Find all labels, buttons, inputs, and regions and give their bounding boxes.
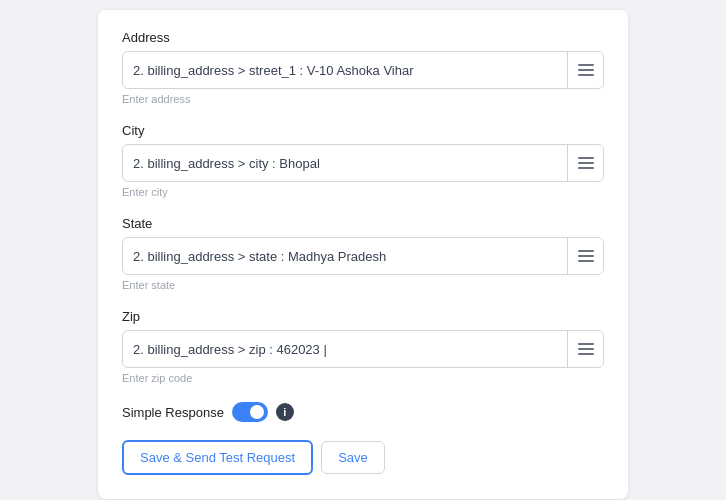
- zip-field-group: Zip Enter zip code: [122, 309, 604, 384]
- zip-input[interactable]: [123, 334, 567, 365]
- address-label: Address: [122, 30, 604, 45]
- state-field-group: State Enter state: [122, 216, 604, 291]
- city-menu-icon[interactable]: [567, 145, 603, 181]
- svg-rect-1: [578, 69, 594, 71]
- info-icon[interactable]: i: [276, 403, 294, 421]
- save-button[interactable]: Save: [321, 441, 385, 474]
- save-send-button[interactable]: Save & Send Test Request: [122, 440, 313, 475]
- city-input[interactable]: [123, 148, 567, 179]
- state-menu-icon[interactable]: [567, 238, 603, 274]
- zip-input-row: [122, 330, 604, 368]
- svg-rect-10: [578, 348, 594, 350]
- simple-response-toggle[interactable]: [232, 402, 268, 422]
- zip-hint: Enter zip code: [122, 372, 604, 384]
- zip-menu-icon[interactable]: [567, 331, 603, 367]
- svg-rect-8: [578, 260, 594, 262]
- address-field-group: Address Enter address: [122, 30, 604, 105]
- city-input-row: [122, 144, 604, 182]
- address-input[interactable]: [123, 55, 567, 86]
- address-hint: Enter address: [122, 93, 604, 105]
- state-label: State: [122, 216, 604, 231]
- svg-rect-3: [578, 157, 594, 159]
- svg-rect-7: [578, 255, 594, 257]
- state-input[interactable]: [123, 241, 567, 272]
- svg-rect-11: [578, 353, 594, 355]
- svg-rect-2: [578, 74, 594, 76]
- svg-rect-9: [578, 343, 594, 345]
- simple-response-label: Simple Response: [122, 405, 224, 420]
- zip-label: Zip: [122, 309, 604, 324]
- svg-rect-5: [578, 167, 594, 169]
- buttons-row: Save & Send Test Request Save: [122, 440, 604, 475]
- state-input-row: [122, 237, 604, 275]
- form-container: Address Enter address City: [98, 10, 628, 499]
- svg-rect-6: [578, 250, 594, 252]
- city-field-group: City Enter city: [122, 123, 604, 198]
- city-hint: Enter city: [122, 186, 604, 198]
- address-input-row: [122, 51, 604, 89]
- toggle-slider: [232, 402, 268, 422]
- city-label: City: [122, 123, 604, 138]
- svg-rect-0: [578, 64, 594, 66]
- svg-rect-4: [578, 162, 594, 164]
- simple-response-row: Simple Response i: [122, 402, 604, 422]
- address-menu-icon[interactable]: [567, 52, 603, 88]
- state-hint: Enter state: [122, 279, 604, 291]
